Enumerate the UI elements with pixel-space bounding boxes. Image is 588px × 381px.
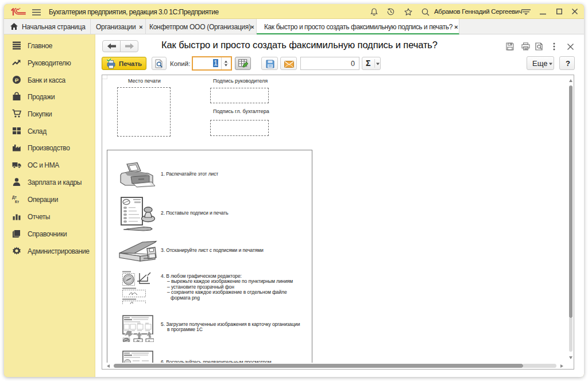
- svg-text:Кт: Кт: [15, 199, 19, 203]
- svg-text:P: P: [15, 76, 19, 83]
